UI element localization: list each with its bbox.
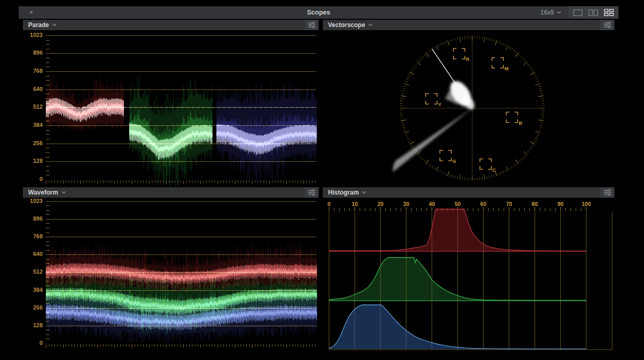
graticule-tick xyxy=(400,98,403,99)
graticule-tick xyxy=(515,51,516,53)
y-axis-label: 256 xyxy=(23,304,43,311)
graticule-tick xyxy=(513,164,515,166)
graticule-tick xyxy=(531,142,535,145)
graticule-tick xyxy=(524,151,528,155)
aspect-ratio-dropdown[interactable]: 16x9 xyxy=(540,9,561,16)
y-axis-label: 1023 xyxy=(23,198,43,204)
y-axis-label: 896 xyxy=(23,215,43,222)
graticule-tick xyxy=(411,145,413,147)
settings-sliders-icon xyxy=(603,21,612,29)
y-axis-label: 128 xyxy=(23,158,43,164)
graticule-tick xyxy=(443,42,444,45)
skin-tone-line xyxy=(432,49,457,85)
x-axis-label: 10 xyxy=(352,201,358,207)
graticule-tick xyxy=(407,76,409,78)
graticule-tick xyxy=(501,172,502,174)
skin-tone-line xyxy=(432,49,457,85)
graticule-tick xyxy=(434,47,435,49)
graticule-tick xyxy=(401,120,406,121)
vectorscope-header: Vectorscope xyxy=(323,20,614,30)
graticule-tick xyxy=(489,176,489,178)
graticule-tick xyxy=(509,168,511,170)
titlebar: × Scopes 16x9 xyxy=(19,6,618,19)
graticule-tick xyxy=(515,53,519,57)
y-axis-label: 640 xyxy=(23,251,43,257)
target-label-c: C xyxy=(493,167,496,173)
graticule-tick xyxy=(540,125,542,125)
graticule-tick xyxy=(528,66,531,67)
vectorscope-scope-dropdown[interactable]: Vectorscope xyxy=(328,21,373,29)
parade-scope-dropdown[interactable]: Parade xyxy=(28,21,57,29)
graticule-tick xyxy=(438,44,439,46)
close-button[interactable]: × xyxy=(29,6,33,19)
target-label-m: M xyxy=(504,66,509,71)
target-box-y xyxy=(426,94,437,104)
titlebar-controls: 16x9 xyxy=(540,6,618,19)
quad-view-icon xyxy=(604,9,614,16)
x-axis-label: 30 xyxy=(403,201,409,207)
parade-settings-button[interactable] xyxy=(305,20,319,30)
graticule-tick xyxy=(443,172,444,174)
graticule-tick xyxy=(403,86,406,87)
graticule-tick xyxy=(454,176,455,178)
graticule-tick xyxy=(440,43,441,45)
graticule-tick xyxy=(454,38,455,41)
graticule-tick xyxy=(434,168,435,170)
histogram-header: Histogram xyxy=(323,187,614,198)
vectorscope-settings-button[interactable] xyxy=(600,20,614,30)
graticule-tick xyxy=(436,46,439,50)
graticule-tick xyxy=(538,130,541,131)
graticule-tick xyxy=(402,91,405,91)
graticule-tick xyxy=(427,163,429,165)
single-view-icon xyxy=(573,9,583,16)
chevron-down-icon xyxy=(368,23,373,27)
settings-sliders-icon xyxy=(307,189,317,196)
y-axis-label: 384 xyxy=(23,122,43,128)
histogram-scope-dropdown[interactable]: Histogram xyxy=(328,189,367,196)
waveform-settings-button[interactable] xyxy=(305,187,319,198)
graticule-tick xyxy=(420,58,422,59)
graticule-tick xyxy=(403,130,406,131)
graticule-tick xyxy=(505,44,506,46)
graticule-tick xyxy=(540,123,543,123)
graticule-tick xyxy=(407,139,409,140)
graticule-tick xyxy=(445,173,446,175)
graticule-tick xyxy=(484,37,485,42)
y-axis-label: 0 xyxy=(23,340,43,346)
graticule-tick xyxy=(535,76,537,78)
graticule-tick xyxy=(511,166,513,168)
x-axis-label: 40 xyxy=(429,201,435,207)
graticule-tick xyxy=(427,51,429,53)
graticule-tick xyxy=(432,166,433,168)
vectorscope-label: Vectorscope xyxy=(328,21,365,29)
trace-tail xyxy=(393,108,472,172)
graticule-tick xyxy=(460,174,461,179)
waveform-scope-dropdown[interactable]: Waveform xyxy=(28,189,66,196)
graticule-tick xyxy=(498,41,499,44)
graticule-tick xyxy=(532,145,534,147)
waveform-trace-canvas xyxy=(23,198,319,360)
graticule-tick xyxy=(408,74,410,75)
graticule-tick xyxy=(482,36,483,39)
graticule-tick xyxy=(436,166,439,171)
single-view-button[interactable] xyxy=(573,9,583,16)
graticule-tick xyxy=(408,141,410,142)
graticule-tick xyxy=(464,36,465,39)
x-axis-label: 20 xyxy=(377,201,384,207)
graticule-tick xyxy=(536,137,538,138)
dual-view-button[interactable] xyxy=(588,9,598,16)
graticule-tick xyxy=(538,86,541,87)
graticule-tick xyxy=(519,160,521,162)
red-histogram-fill xyxy=(329,209,586,251)
graticule-tick xyxy=(491,175,492,178)
graticule-tick xyxy=(419,155,421,157)
target-label-g: G xyxy=(452,158,456,164)
chevron-down-icon xyxy=(557,11,561,14)
histogram-settings-button[interactable] xyxy=(600,187,614,198)
quad-view-button[interactable] xyxy=(604,9,614,16)
graticule-tick xyxy=(501,42,502,45)
chevron-down-icon xyxy=(362,191,367,194)
target-label-y: Y xyxy=(438,101,442,107)
graticule-tick xyxy=(506,166,509,171)
graticule-tick xyxy=(482,177,483,180)
